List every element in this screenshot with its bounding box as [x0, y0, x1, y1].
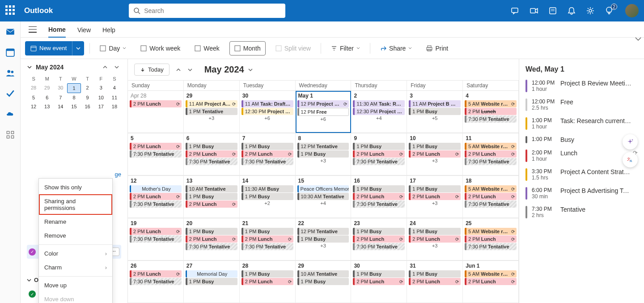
- context-menu-item[interactable]: Rename: [39, 215, 112, 229]
- mini-day[interactable]: 16: [81, 102, 94, 111]
- day-cell[interactable]: 3011 AMTask: Draft Pro12:30 PMProject A …: [240, 91, 296, 133]
- agenda-item[interactable]: 2:00 PM1 hourLunch⟳: [525, 149, 638, 162]
- gear-icon[interactable]: [586, 6, 595, 15]
- tab-home[interactable]: Home: [48, 26, 66, 38]
- context-menu-item[interactable]: Move up: [39, 278, 112, 292]
- event-chip[interactable]: 11:30 AMBusy: [242, 185, 293, 192]
- event-chip[interactable]: 2 PMLunch⟳: [465, 278, 517, 285]
- day-cell[interactable]: 52 PMLunch⟳7:30 PMTentative: [128, 133, 184, 175]
- agenda-item[interactable]: 6:00 PM30 minProject B Advertising Team…: [525, 187, 638, 200]
- event-chip[interactable]: 2 PMLunch⟳: [409, 278, 461, 285]
- event-chip[interactable]: 12:30 PMProject B Lo: [353, 108, 405, 115]
- event-chip[interactable]: 2 PMLunch⟳: [186, 235, 237, 243]
- agenda-item[interactable]: 1:00 PMBusy: [525, 136, 638, 143]
- app-launcher-icon[interactable]: [5, 5, 16, 16]
- ribbon-expand-icon[interactable]: [634, 35, 642, 43]
- day-cell[interactable]: Apr 282 PMLunch⟳: [128, 91, 184, 133]
- mini-day[interactable]: 14: [54, 102, 67, 111]
- next-icon[interactable]: [187, 67, 193, 73]
- event-chip[interactable]: 2 PMLunch⟳: [130, 100, 182, 107]
- day-cell[interactable]: 231 PMBusy2 PMLunch⟳7:30 PMTentative: [351, 218, 407, 260]
- event-chip[interactable]: 12:30 PMProject A D: [242, 108, 293, 115]
- day-cell[interactable]: 201 PMBusy2 PMLunch⟳7:30 PMTentative: [184, 218, 240, 260]
- event-chip[interactable]: 12 PMProject B Review⟳: [297, 100, 349, 107]
- chevron-down-icon[interactable]: [248, 67, 253, 73]
- day-cell[interactable]: 15Peace Officers Memorial10:30 AMTentati…: [296, 176, 352, 218]
- mini-day[interactable]: 4: [108, 83, 121, 93]
- mini-day[interactable]: 5: [27, 93, 40, 102]
- day-cell[interactable]: 281 PMBusy2 PMLunch⟳: [240, 261, 296, 303]
- mini-day[interactable]: 2: [81, 83, 94, 93]
- more-events-link[interactable]: +2: [241, 201, 294, 206]
- translate-button[interactable]: 文A: [623, 152, 638, 167]
- event-chip[interactable]: 5 AMWebsite redesign⟳: [465, 185, 517, 192]
- event-chip[interactable]: 1 PMBusy: [353, 270, 405, 277]
- meet-now-icon[interactable]: [530, 6, 538, 15]
- day-cell[interactable]: 311 AMProject B Stakeholder1 PMBusy+5: [407, 91, 463, 133]
- prev-month-icon[interactable]: [102, 64, 108, 70]
- context-menu-item[interactable]: Remove: [39, 229, 112, 243]
- event-chip[interactable]: 2 PMLunch⟳: [465, 150, 517, 158]
- event-chip[interactable]: 1 PMBusy: [353, 185, 405, 192]
- event-chip[interactable]: 2 PMLunch⟳: [353, 193, 405, 200]
- event-chip[interactable]: 5 AMWebsite redesign⟳: [465, 100, 517, 107]
- event-chip[interactable]: 2 PMLunch⟳: [130, 228, 182, 235]
- day-cell[interactable]: 211:30 AMTask: Review12:30 PMProject B L…: [351, 91, 407, 133]
- more-events-link[interactable]: +4: [297, 201, 350, 206]
- event-chip[interactable]: 12 PMTentative: [297, 228, 349, 235]
- event-chip[interactable]: 7:30 PMTentative: [130, 150, 182, 158]
- event-chip[interactable]: 2 PMLunch⟳: [353, 235, 405, 243]
- onedrive-icon[interactable]: [5, 109, 15, 119]
- event-chip[interactable]: 10:30 AMTentative: [297, 193, 349, 200]
- event-chip[interactable]: 2 PMLunch⟳: [409, 150, 461, 158]
- allday-event[interactable]: Memorial Day: [186, 270, 237, 277]
- event-chip[interactable]: 11:30 AMTask: Review: [353, 100, 405, 107]
- event-chip[interactable]: 2 PMLunch: [465, 108, 517, 115]
- mini-day[interactable]: 30: [54, 83, 67, 93]
- new-event-dropdown[interactable]: [72, 41, 84, 55]
- event-chip[interactable]: 5 AMWebsite redesign⟳: [465, 143, 517, 150]
- event-chip[interactable]: 11 AMTask: Draft Pro: [242, 100, 293, 107]
- event-chip[interactable]: 10 AMTentative: [297, 270, 349, 277]
- day-cell[interactable]: 27Memorial Day1 PMBusy: [184, 261, 240, 303]
- agenda-item[interactable]: 12:00 PM1 hourProject B Review Meeting …: [525, 80, 638, 92]
- avatar[interactable]: [625, 4, 639, 17]
- event-chip[interactable]: 1 PMBusy: [409, 185, 461, 192]
- day-cell[interactable]: 241 PMBusy2 PMLunch⟳+3: [407, 218, 463, 260]
- more-events-link[interactable]: +3: [408, 201, 462, 206]
- event-chip[interactable]: 10 AMTentative: [186, 185, 237, 192]
- more-events-link[interactable]: +3: [185, 115, 238, 121]
- event-chip[interactable]: 1 PMBusy: [186, 228, 237, 235]
- event-chip[interactable]: 2 PMLunch⟳: [186, 201, 237, 208]
- event-chip[interactable]: 7:30 PMTentative: [186, 158, 237, 165]
- event-chip[interactable]: 5 AMWebsite redesign⟳: [465, 228, 517, 235]
- event-chip[interactable]: 7:30 PMTentative: [242, 158, 293, 165]
- event-chip[interactable]: 1 PMBusy: [353, 143, 405, 150]
- day-cell[interactable]: 12Mother's Day2 PMLunch⟳7:30 PMTentative: [128, 176, 184, 218]
- event-chip[interactable]: 1 PMTentative: [186, 108, 237, 115]
- event-chip[interactable]: 11 AMProject A Kickoff⟳: [186, 100, 237, 107]
- event-chip[interactable]: 1 PMBusy: [242, 270, 293, 277]
- day-cell[interactable]: 91 PMBusy2 PMLunch⟳7:30 PMTentative: [351, 133, 407, 175]
- chevron-down-icon[interactable]: [27, 64, 32, 70]
- day-cell[interactable]: 211 PMBusy2 PMLunch⟳7:30 PMTentative: [240, 218, 296, 260]
- day-cell[interactable]: 192 PMLunch⟳7:30 PMTentative: [128, 218, 184, 260]
- day-cell[interactable]: 101 PMBusy2 PMLunch⟳+3: [407, 133, 463, 175]
- event-chip[interactable]: 2 PMLunch⟳: [186, 150, 237, 158]
- event-chip[interactable]: 7:30 PMTentative: [465, 243, 517, 250]
- notes-icon[interactable]: [548, 6, 557, 15]
- agenda-item[interactable]: 7:30 PM2 hrsTentative: [525, 206, 638, 218]
- allday-event[interactable]: Mother's Day: [130, 185, 182, 192]
- tab-view[interactable]: View: [77, 26, 91, 37]
- sparkle-button[interactable]: [623, 134, 638, 149]
- day-cell[interactable]: 45 AMWebsite redesign⟳2 PMLunch7:30 PMTe…: [463, 91, 519, 133]
- event-chip[interactable]: 1 PMBusy: [297, 278, 349, 285]
- context-menu-item[interactable]: Charm›: [39, 260, 112, 274]
- event-chip[interactable]: 1 PMBusy: [409, 143, 461, 150]
- prev-icon[interactable]: [176, 67, 181, 73]
- event-chip[interactable]: 11 AMProject B Stakeholder: [409, 100, 461, 107]
- mini-day[interactable]: 8: [67, 93, 80, 102]
- search-box[interactable]: [129, 4, 285, 18]
- event-chip[interactable]: 2 PMLunch⟳: [242, 235, 293, 243]
- next-month-icon[interactable]: [114, 64, 119, 70]
